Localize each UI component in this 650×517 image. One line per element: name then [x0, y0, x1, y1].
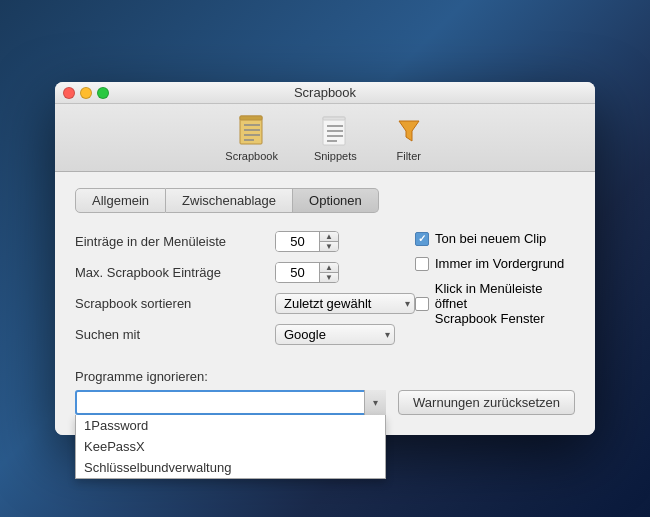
svg-rect-7 [323, 117, 345, 120]
klick-row: Klick in Menüleiste öffnet Scrapbook Fen… [415, 281, 575, 326]
max-decrement[interactable]: ▼ [320, 273, 338, 282]
programme-dropdown-container: ▾ 1Password KeePassX Schlüsselbundverwal… [75, 390, 386, 415]
sortieren-select[interactable]: Zuletzt gewählt [275, 293, 415, 314]
titlebar: Scrapbook [55, 82, 595, 104]
eintraege-decrement[interactable]: ▼ [320, 242, 338, 251]
programme-row: ▾ 1Password KeePassX Schlüsselbundverwal… [75, 390, 575, 415]
snippets-icon [319, 115, 351, 147]
svg-rect-1 [240, 116, 262, 120]
window-title: Scrapbook [294, 85, 356, 100]
col-left: Einträge in der Menüleiste 50 ▲ ▼ Max. S… [75, 231, 415, 355]
immer-row: Immer im Vordergrund [415, 256, 575, 271]
tab-allgemein[interactable]: Allgemein [75, 188, 166, 213]
toolbar-scrapbook[interactable]: Scrapbook [217, 112, 286, 165]
filter-icon [393, 115, 425, 147]
max-label: Max. Scrapbook Einträge [75, 265, 275, 280]
toolbar: Scrapbook Snippets Filter [55, 104, 595, 172]
tabs: Allgemein Zwischenablage Optionen [75, 188, 575, 213]
eintraege-increment[interactable]: ▲ [320, 232, 338, 242]
sortieren-label: Scrapbook sortieren [75, 296, 275, 311]
programme-dropdown-arrow[interactable]: ▾ [364, 390, 386, 415]
minimize-button[interactable] [80, 87, 92, 99]
programme-section: Programme ignorieren: ▾ 1Password KeePas… [75, 369, 575, 415]
main-window: Scrapbook Scrapbook [55, 82, 595, 435]
suchen-label: Suchen mit [75, 327, 275, 342]
form-columns: Einträge in der Menüleiste 50 ▲ ▼ Max. S… [75, 231, 575, 355]
immer-checkbox[interactable] [415, 257, 429, 271]
programme-dropdown-list: 1Password KeePassX Schlüsselbundverwaltu… [75, 415, 386, 479]
suchen-select[interactable]: Google [275, 324, 395, 345]
klick-label-2: Scrapbook Fenster [435, 311, 575, 326]
tab-zwischenablage[interactable]: Zwischenablage [166, 188, 293, 213]
toolbar-snippets[interactable]: Snippets [306, 112, 365, 165]
stepper-buttons: ▲ ▼ [320, 232, 338, 251]
scrapbook-icon [236, 115, 268, 147]
tab-optionen[interactable]: Optionen [293, 188, 379, 213]
toolbar-filter[interactable]: Filter [385, 112, 433, 165]
ton-checkbox[interactable] [415, 232, 429, 246]
max-stepper[interactable]: 50 ▲ ▼ [275, 262, 339, 283]
max-stepper-buttons: ▲ ▼ [320, 263, 338, 282]
klick-label-block: Klick in Menüleiste öffnet Scrapbook Fen… [435, 281, 575, 326]
toolbar-scrapbook-label: Scrapbook [225, 150, 278, 162]
reset-button[interactable]: Warnungen zurücksetzen [398, 390, 575, 415]
content-area: Allgemein Zwischenablage Optionen Einträ… [55, 172, 595, 435]
sortieren-row: Scrapbook sortieren Zuletzt gewählt [75, 293, 415, 314]
klick-checkbox-row: Klick in Menüleiste öffnet Scrapbook Fen… [415, 281, 575, 326]
eintraege-value: 50 [276, 232, 320, 251]
col-right: Ton bei neuem Clip Immer im Vordergrund [415, 231, 575, 355]
max-row: Max. Scrapbook Einträge 50 ▲ ▼ [75, 262, 415, 283]
maximize-button[interactable] [97, 87, 109, 99]
programme-label: Programme ignorieren: [75, 369, 575, 384]
suchen-select-wrap: Google [275, 324, 395, 345]
programme-item-0[interactable]: 1Password [76, 415, 385, 436]
eintraege-label: Einträge in der Menüleiste [75, 234, 275, 249]
max-value: 50 [276, 263, 320, 282]
programme-item-1[interactable]: KeePassX [76, 436, 385, 457]
klick-label-1: Klick in Menüleiste öffnet [435, 281, 575, 311]
eintraege-row: Einträge in der Menüleiste 50 ▲ ▼ [75, 231, 415, 252]
max-increment[interactable]: ▲ [320, 263, 338, 273]
sortieren-select-wrap: Zuletzt gewählt [275, 293, 415, 314]
ton-row: Ton bei neuem Clip [415, 231, 575, 246]
klick-checkbox[interactable] [415, 297, 429, 311]
immer-label: Immer im Vordergrund [435, 256, 564, 271]
close-button[interactable] [63, 87, 75, 99]
svg-marker-12 [399, 121, 419, 141]
toolbar-filter-label: Filter [396, 150, 420, 162]
toolbar-snippets-label: Snippets [314, 150, 357, 162]
ton-label: Ton bei neuem Clip [435, 231, 546, 246]
ton-checkbox-row: Ton bei neuem Clip [415, 231, 546, 246]
programme-item-2[interactable]: Schlüsselbundverwaltung [76, 457, 385, 478]
eintraege-stepper[interactable]: 50 ▲ ▼ [275, 231, 339, 252]
suchen-row: Suchen mit Google [75, 324, 415, 345]
programme-input[interactable] [75, 390, 386, 415]
immer-checkbox-row: Immer im Vordergrund [415, 256, 564, 271]
traffic-lights [63, 87, 109, 99]
